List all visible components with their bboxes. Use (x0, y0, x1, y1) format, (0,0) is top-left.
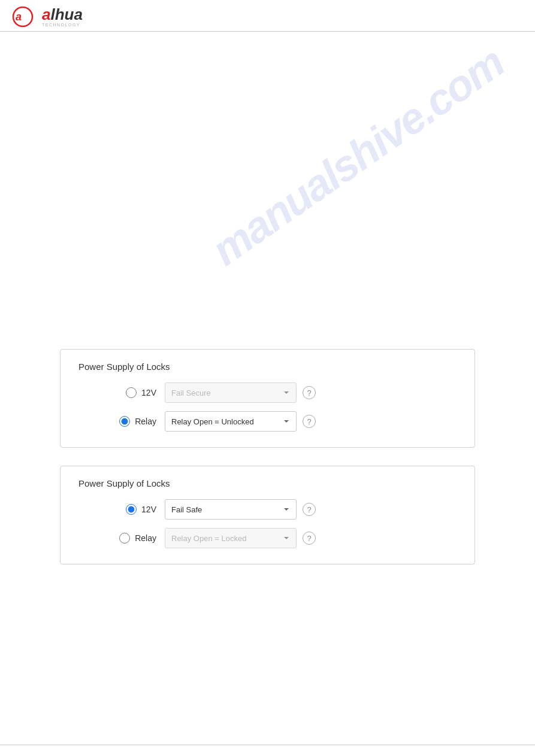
card1-relay-help-text: ? (307, 417, 311, 426)
card2-12v-select-wrapper: Fail Secure Fail Safe ? (165, 499, 316, 520)
footer-line (0, 745, 535, 746)
logo-text-wrapper: alhua TECHNOLOGY (42, 7, 83, 27)
spacer-top (60, 50, 475, 349)
card1-relay-select[interactable]: Relay Open = Unlocked Relay Open = Locke… (165, 411, 297, 432)
card2-relay-radio[interactable] (119, 533, 130, 544)
card2-12v-radio[interactable] (126, 504, 137, 515)
dahua-logo-icon: a (12, 6, 42, 28)
header: a alhua TECHNOLOGY (0, 0, 535, 32)
card2-12v-label: 12V (141, 505, 156, 514)
card2-relay-select[interactable]: Relay Open = Unlocked Relay Open = Locke… (165, 528, 297, 548)
card2-title: Power Supply of Locks (78, 478, 457, 488)
card2-relay-select-wrapper: Relay Open = Unlocked Relay Open = Locke… (165, 528, 316, 548)
card-power-supply-1: Power Supply of Locks 12V Fail Secure Fa… (60, 349, 475, 448)
card2-relay-help-text: ? (307, 534, 311, 543)
card1-row-relay: Relay Relay Open = Unlocked Relay Open =… (78, 411, 457, 432)
card-power-supply-2: Power Supply of Locks 12V Fail Secure Fa… (60, 466, 475, 564)
card2-12v-select[interactable]: Fail Secure Fail Safe (165, 499, 297, 520)
card1-12v-help-text: ? (307, 388, 311, 397)
card2-relay-help-icon[interactable]: ? (303, 532, 316, 545)
logo: a alhua TECHNOLOGY (12, 6, 83, 28)
card2-12v-help-text: ? (307, 505, 311, 514)
card2-row-relay: Relay Relay Open = Unlocked Relay Open =… (78, 528, 457, 548)
card1-relay-radio[interactable] (119, 416, 130, 427)
card2-relay-label: Relay (135, 533, 156, 543)
card2-relay-radio-label: Relay (78, 533, 156, 544)
card1-12v-radio[interactable] (126, 387, 137, 398)
logo-subtext: TECHNOLOGY (42, 23, 83, 27)
card1-12v-radio-label: 12V (78, 387, 156, 398)
logo-a: a (42, 5, 50, 23)
card2-12v-help-icon[interactable]: ? (303, 503, 316, 516)
card1-relay-select-wrapper: Relay Open = Unlocked Relay Open = Locke… (165, 411, 316, 432)
card2-12v-radio-label: 12V (78, 504, 156, 515)
card1-12v-select-wrapper: Fail Secure Fail Safe ? (165, 382, 316, 403)
card1-relay-radio-label: Relay (78, 416, 156, 427)
card1-12v-label: 12V (141, 388, 156, 397)
card2-row-12v: 12V Fail Secure Fail Safe ? (78, 499, 457, 520)
card1-title: Power Supply of Locks (78, 362, 457, 372)
card1-12v-help-icon[interactable]: ? (303, 386, 316, 399)
card1-12v-select[interactable]: Fail Secure Fail Safe (165, 382, 297, 403)
main-content: Power Supply of Locks 12V Fail Secure Fa… (0, 32, 535, 600)
logo-brand-text: alhua (42, 7, 83, 22)
card1-row-12v: 12V Fail Secure Fail Safe ? (78, 382, 457, 403)
card1-relay-label: Relay (135, 417, 156, 426)
card1-relay-help-icon[interactable]: ? (303, 415, 316, 428)
logo-rest: lhua (50, 5, 82, 23)
svg-text:a: a (16, 11, 22, 23)
